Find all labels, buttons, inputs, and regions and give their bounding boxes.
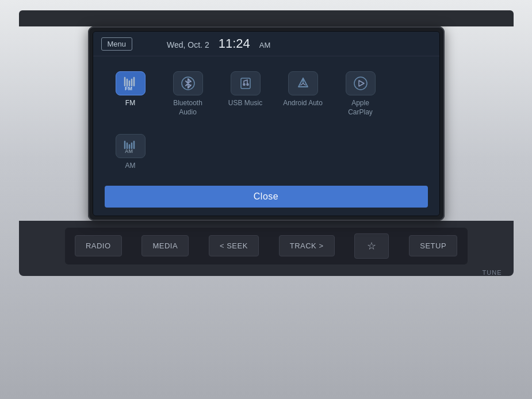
carplay-icon-box — [346, 71, 376, 95]
time-display: 11:24 — [219, 36, 250, 51]
date-display: Wed, Oct. 2 — [167, 40, 209, 49]
svg-rect-7 — [241, 78, 250, 89]
am-icon: AM — [123, 138, 139, 154]
fm-label: FM — [125, 99, 135, 108]
menu-item-bluetooth[interactable]: BluetoothAudio — [162, 66, 214, 122]
favorite-button[interactable]: ☆ — [354, 233, 389, 259]
tune-label: TUNE — [483, 269, 502, 276]
android-label: Android Auto — [283, 99, 323, 108]
usb-icon-box — [231, 71, 261, 95]
date-time-area: Wed, Oct. 2 11:24 AM — [167, 36, 270, 51]
am-icon-box: AM — [116, 134, 146, 158]
am-label: AM — [125, 162, 136, 171]
android-icon-box — [288, 71, 318, 95]
media-button[interactable]: MEDIA — [141, 235, 189, 256]
close-btn-area: Close — [93, 186, 439, 216]
menu-item-fm[interactable]: FM FM — [105, 66, 156, 114]
carplay-label: AppleCarPlay — [348, 99, 373, 117]
menu-item-android[interactable]: Android Auto — [277, 66, 329, 114]
dashboard-panel: RADIO MEDIA < SEEK TRACK > ☆ SETUP TUNE — [19, 221, 514, 276]
android-auto-icon — [295, 75, 311, 91]
tune-area: TUNE — [19, 264, 514, 276]
usb-label: USB Music — [228, 99, 262, 108]
infotainment-screen: Menu Wed, Oct. 2 11:24 AM — [93, 31, 440, 216]
menu-item-usb[interactable]: USB Music — [220, 66, 271, 114]
seek-button[interactable]: < SEEK — [209, 235, 259, 256]
fm-icon-box: FM — [116, 71, 146, 95]
dashboard-controls: RADIO MEDIA < SEEK TRACK > ☆ SETUP — [65, 228, 468, 264]
svg-text:AM: AM — [125, 148, 133, 154]
bluetooth-label: BluetoothAudio — [173, 99, 202, 117]
menu-grid: FM FM BluetoothAudio — [93, 56, 439, 186]
menu-item-carplay[interactable]: AppleCarPlay — [335, 66, 386, 122]
top-trim — [19, 10, 514, 26]
carplay-icon — [353, 75, 369, 91]
menu-item-am[interactable]: AM AM — [105, 128, 156, 177]
bluetooth-icon — [180, 75, 196, 91]
radio-button[interactable]: RADIO — [75, 235, 122, 256]
usb-icon — [238, 75, 254, 91]
setup-button[interactable]: SETUP — [409, 235, 457, 256]
menu-button[interactable]: Menu — [101, 37, 133, 51]
car-surround: Menu Wed, Oct. 2 11:24 AM — [0, 0, 532, 399]
svg-marker-9 — [359, 80, 364, 86]
screen-bezel: Menu Wed, Oct. 2 11:24 AM — [88, 26, 445, 221]
ampm-display: AM — [259, 41, 271, 49]
bluetooth-icon-box — [173, 71, 203, 95]
svg-point-8 — [354, 77, 367, 90]
fm-icon: FM — [123, 75, 139, 91]
screen-header: Menu Wed, Oct. 2 11:24 AM — [93, 32, 439, 56]
track-button[interactable]: TRACK > — [279, 235, 335, 256]
close-button[interactable]: Close — [105, 186, 428, 208]
svg-text:FM: FM — [125, 86, 132, 91]
